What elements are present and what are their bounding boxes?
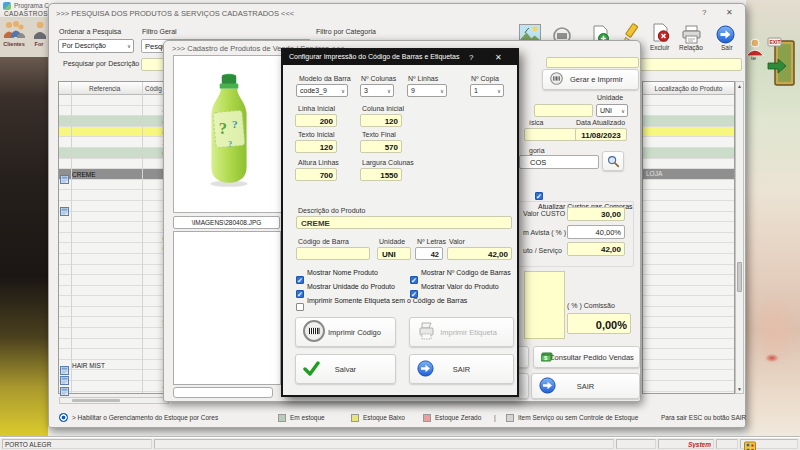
menu-cadastros[interactable]: CADASTROS <box>4 10 48 17</box>
table-row[interactable]: 1 <box>59 180 179 191</box>
location-row[interactable] <box>643 286 734 297</box>
letters-field[interactable]: 42 <box>415 247 443 260</box>
table-row[interactable] <box>59 254 179 265</box>
location-row[interactable] <box>643 307 734 318</box>
table-row[interactable]: 6 <box>59 233 179 244</box>
search-close-button[interactable]: ✕ <box>726 8 733 17</box>
location-row[interactable] <box>643 106 734 117</box>
h-scrollbar-thumb[interactable] <box>72 399 120 402</box>
table-row[interactable]: 1 <box>59 339 179 350</box>
print-code-button[interactable]: Imprimir Código <box>295 317 396 347</box>
dialog-checkbox[interactable]: Imprimir Somente Etiqueta sem o Código d… <box>296 297 467 315</box>
image-path-field[interactable]: \IMAGENS\280408.JPG <box>173 216 280 229</box>
v-scrollbar-thumb[interactable] <box>737 262 742 292</box>
scroll-up-icon[interactable]: ▲ <box>737 83 742 89</box>
category-input[interactable]: COS <box>519 155 599 169</box>
table-row[interactable]: 6 <box>59 148 179 159</box>
consult-orders-button[interactable]: $ Consultar Pedido Vendas <box>533 346 640 368</box>
location-row[interactable] <box>643 137 734 148</box>
table-row[interactable]: 2 <box>59 137 179 148</box>
unit-select[interactable]: UNI ∨ <box>596 104 628 117</box>
location-row[interactable] <box>643 317 734 328</box>
order-select[interactable]: Por Descrição ∨ <box>58 39 134 53</box>
location-row[interactable] <box>643 360 734 371</box>
table-row[interactable]: 6 <box>59 127 179 138</box>
table-row[interactable] <box>59 307 179 318</box>
print-label-button-disabled[interactable]: Imprimir Etiqueta <box>409 317 514 347</box>
product-exit-button[interactable]: SAIR <box>531 373 640 399</box>
location-row[interactable] <box>643 254 734 265</box>
location-row[interactable] <box>643 127 734 138</box>
line-start-field[interactable]: 200 <box>295 114 337 127</box>
location-row[interactable] <box>643 180 734 191</box>
notes-memo[interactable] <box>524 271 565 339</box>
location-row[interactable] <box>643 116 734 127</box>
location-row[interactable] <box>643 328 734 339</box>
top-yellow-field[interactable] <box>546 57 639 68</box>
cost-value[interactable]: 30,00 <box>567 207 625 221</box>
generate-print-button[interactable]: Gerar e Imprmir <box>542 69 639 90</box>
save-button[interactable]: Salvar <box>295 354 396 384</box>
location-row[interactable] <box>643 265 734 276</box>
barcode-number-field[interactable] <box>296 247 370 260</box>
table-row[interactable] <box>59 265 179 276</box>
location-row[interactable] <box>643 201 734 212</box>
location-row[interactable] <box>643 349 734 360</box>
location-row[interactable] <box>643 339 734 350</box>
location-row[interactable] <box>643 159 734 170</box>
value-field[interactable]: 42,00 <box>447 247 512 260</box>
copies-select[interactable]: 1∨ <box>470 84 504 97</box>
table-row[interactable]: 3 <box>59 159 179 170</box>
col-start-field[interactable]: 120 <box>360 114 402 127</box>
dialog-help-button[interactable]: ? <box>469 53 473 62</box>
location-row[interactable] <box>643 381 734 392</box>
bottom-input[interactable] <box>173 387 273 398</box>
product-listbox[interactable] <box>173 231 281 385</box>
stock-colors-toggle-icon[interactable] <box>59 413 68 422</box>
unit-adjacent-field[interactable] <box>534 104 593 117</box>
lines-select[interactable]: 9∨ <box>407 84 447 97</box>
commission-value[interactable]: 0,00% <box>567 313 631 334</box>
stock-colors-toggle-label[interactable]: > Habilitar o Gerenciamento do Estoque p… <box>72 414 218 421</box>
table-row[interactable]: 6 <box>59 243 179 254</box>
location-row[interactable] <box>643 212 734 223</box>
line-height-field[interactable]: 700 <box>295 168 337 181</box>
location-row[interactable] <box>643 95 734 106</box>
table-row[interactable] <box>59 201 179 212</box>
h-scrollbar[interactable] <box>59 397 169 404</box>
col-width-field[interactable]: 1550 <box>360 168 402 181</box>
table-row[interactable] <box>59 95 179 106</box>
table-row[interactable]: 1 <box>59 296 179 307</box>
location-header[interactable]: Localização do Produto <box>643 82 734 95</box>
location-row[interactable] <box>643 296 734 307</box>
col-referencia[interactable]: Referencia <box>89 85 120 92</box>
location-row[interactable] <box>643 233 734 244</box>
cash-margin-value[interactable]: 40,00% <box>567 225 625 239</box>
text-start-field[interactable]: 120 <box>295 140 337 153</box>
search-help-button[interactable]: ? <box>702 8 706 17</box>
location-row[interactable]: LOJA <box>643 169 734 180</box>
location-row[interactable] <box>643 275 734 286</box>
description-field[interactable]: CREME <box>296 216 512 229</box>
table-row[interactable]: HAIR MIST1 <box>59 360 179 371</box>
table-row[interactable] <box>59 328 179 339</box>
table-row[interactable]: 4 <box>59 381 179 392</box>
location-row[interactable] <box>643 222 734 233</box>
scroll-down-icon[interactable]: ▼ <box>737 386 742 392</box>
dlg-unit-field[interactable]: UNI <box>377 247 411 260</box>
checkbox-checked[interactable]: ✓ <box>535 192 543 200</box>
location-row[interactable] <box>643 190 734 201</box>
category-search-button[interactable] <box>602 151 624 171</box>
table-row[interactable]: 1 <box>59 275 179 286</box>
location-row[interactable] <box>643 243 734 254</box>
table-row[interactable] <box>59 349 179 360</box>
v-scrollbar[interactable]: ▲ ▼ <box>735 81 744 394</box>
dialog-close-button[interactable]: ✕ <box>495 53 502 62</box>
location-row[interactable] <box>643 148 734 159</box>
table-row[interactable]: 4 <box>59 116 179 127</box>
table-row[interactable]: 1 <box>59 370 179 381</box>
checkbox-unchecked[interactable] <box>296 303 304 311</box>
table-row[interactable] <box>59 286 179 297</box>
location-row[interactable] <box>643 370 734 381</box>
dialog-exit-button[interactable]: SAIR <box>409 354 514 384</box>
